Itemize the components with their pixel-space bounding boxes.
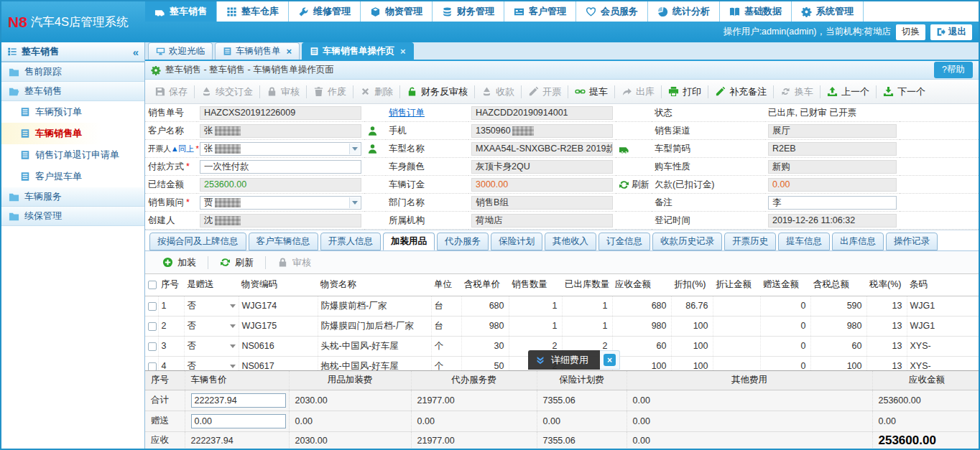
next-record-button[interactable]: 下一个 — [877, 80, 932, 103]
receive-payment-button[interactable]: 收款 — [475, 80, 521, 103]
doc-icon — [20, 128, 30, 139]
nav-item-materials[interactable]: 物资管理 — [361, 1, 433, 22]
chevron-down-icon — [230, 365, 236, 371]
gift-amount-input[interactable]: 0.00 — [191, 414, 286, 428]
gift-dropdown[interactable]: 否 — [188, 360, 236, 371]
logout-icon — [936, 27, 946, 37]
remark-label: 备注 — [652, 194, 765, 212]
delete-button[interactable]: 删除 — [353, 80, 399, 103]
vehicle-price-input[interactable]: 222237.94 — [191, 393, 286, 408]
tab-sales-order-list[interactable]: 车辆销售单× — [215, 42, 300, 60]
pie-chart-icon — [657, 6, 668, 17]
logout-button[interactable]: 退出 — [930, 24, 972, 40]
tab-outbound-info[interactable]: 出库信息 — [832, 233, 884, 250]
invoice-button[interactable]: 开票 — [522, 80, 568, 103]
tab-other-income[interactable]: 其他收入 — [545, 233, 596, 250]
nav-item-repair[interactable]: 维修管理 — [289, 1, 361, 22]
outbound-button[interactable]: 出库 — [615, 80, 661, 103]
tab-agency-services[interactable]: 代办服务 — [437, 233, 489, 250]
tab-customer-vehicle-info[interactable]: 客户车辆信息 — [249, 233, 318, 250]
tab-invoice-person-info[interactable]: 开票人信息 — [320, 233, 382, 250]
row-checkbox[interactable] — [148, 342, 157, 351]
void-button[interactable]: 作废 — [307, 80, 353, 103]
save-button[interactable]: 保存 — [148, 80, 194, 103]
chevron-down-icon — [230, 324, 236, 331]
nav-item-customers[interactable]: 客户管理 — [504, 1, 576, 22]
tab-sales-order-edit[interactable]: 车辆销售单操作页× — [302, 42, 414, 60]
nav-item-vehicle-sales[interactable]: 整车销售 — [145, 1, 217, 22]
tab-operation-log[interactable]: 操作记录 — [886, 233, 938, 250]
nav-item-members[interactable]: 会员服务 — [576, 1, 648, 22]
tab-payment-history[interactable]: 收款历史记录 — [652, 233, 722, 250]
sidebar-item-vehicle-service[interactable]: 车辆服务 — [1, 187, 144, 207]
swap-vehicle-button[interactable]: 换车 — [774, 80, 820, 103]
advisor-label: 销售顾问* — [145, 194, 197, 212]
nav-item-vehicle-warehouse[interactable]: 整车仓库 — [217, 1, 289, 22]
row-checkbox[interactable] — [148, 302, 157, 311]
pay-method-input[interactable]: 一次性付款 — [200, 160, 361, 174]
audit-items-button[interactable]: 审核 — [266, 256, 323, 269]
sidebar-item-customer-pickup[interactable]: 客户提车单 — [1, 166, 144, 187]
nav-item-system[interactable]: 系统管理 — [792, 1, 864, 22]
switch-org-button[interactable]: 切换 — [896, 24, 925, 40]
remark-input[interactable]: 李 — [768, 196, 897, 210]
nav-item-statistics[interactable]: 统计分析 — [648, 1, 720, 22]
tab-deposit-info[interactable]: 订金信息 — [598, 233, 650, 250]
add-remark-button[interactable]: 补充备注 — [708, 80, 773, 103]
sale-order-link[interactable]: 销售订单 — [389, 107, 425, 119]
tab-invoice-history[interactable]: 开票历史 — [724, 233, 776, 250]
invoice-person-select[interactable]: 张 — [200, 142, 361, 156]
pickup-button[interactable]: 提车 — [568, 80, 614, 103]
close-icon[interactable]: × — [400, 46, 406, 57]
sidebar-item-presale-tracking[interactable]: 售前跟踪 — [1, 62, 144, 82]
printer-icon — [668, 86, 679, 97]
sidebar-item-vehicle-sales-order[interactable]: 车辆销售单 — [1, 123, 144, 144]
sidebar-item-vehicle-sales-group[interactable]: 整车销售 — [1, 82, 144, 101]
invoice-person-label: 开票人▲同上* — [145, 140, 197, 158]
brand-mark: N8 — [8, 14, 27, 31]
same-as-above-link[interactable]: ▲同上 — [171, 144, 194, 154]
detail-fee-toggle[interactable]: 详细费用 — [528, 350, 600, 370]
tab-insurance-plan[interactable]: 保险计划 — [491, 233, 542, 250]
chevron-down-icon[interactable] — [349, 197, 360, 208]
tab-welcome[interactable]: 欢迎光临 — [148, 42, 213, 60]
row-checkbox[interactable] — [148, 322, 157, 331]
previous-record-button[interactable]: 上一个 — [820, 80, 876, 103]
finance-unaudit-button[interactable]: 财务反审核 — [400, 80, 474, 103]
tab-accessories[interactable]: 加装用品 — [383, 233, 435, 250]
close-icon[interactable]: × — [604, 354, 616, 366]
gift-dropdown[interactable]: 否 — [188, 300, 236, 312]
add-accessory-button[interactable]: 加装 — [151, 256, 208, 269]
audit-button[interactable]: 审核 — [260, 80, 306, 103]
document-tabs: 欢迎光临 车辆销售单× 车辆销售单操作页× — [145, 42, 979, 61]
doc-icon — [223, 47, 232, 56]
grid-icon — [226, 6, 237, 17]
nav-item-finance[interactable]: 财务管理 — [433, 1, 504, 22]
car-icon[interactable] — [619, 144, 629, 154]
basket-icon — [201, 86, 212, 97]
renew-deposit-button[interactable]: 续交订金 — [195, 80, 259, 103]
sidebar-collapse-icon[interactable]: « — [133, 46, 139, 58]
refresh-control[interactable]: 刷新 — [616, 176, 652, 194]
tab-pickup-info[interactable]: 提车信息 — [778, 233, 830, 250]
advisor-select[interactable]: 贾 — [200, 196, 361, 210]
chevron-down-icon — [230, 344, 236, 351]
refresh-items-button[interactable]: 刷新 — [208, 256, 265, 269]
person-icon[interactable] — [367, 126, 378, 136]
x-icon — [360, 86, 371, 97]
row-checkbox[interactable] — [148, 362, 157, 370]
sidebar-item-vehicle-preorder[interactable]: 车辆预订单 — [1, 101, 144, 123]
close-icon[interactable]: × — [287, 46, 292, 57]
nav-item-base-data[interactable]: 基础数据 — [720, 1, 792, 22]
gift-dropdown[interactable]: 否 — [188, 340, 236, 352]
sidebar-item-renewal-management[interactable]: 续保管理 — [1, 207, 144, 226]
sidebar-item-order-cancel-request[interactable]: 销售订单退订申请单 — [1, 144, 144, 166]
select-all-checkbox[interactable] — [148, 281, 157, 289]
person-icon[interactable] — [367, 144, 378, 154]
print-button[interactable]: 打印 — [662, 80, 708, 103]
gift-dropdown[interactable]: 否 — [188, 320, 236, 332]
chevron-down-icon[interactable] — [349, 144, 360, 154]
help-button[interactable]: ?帮助 — [934, 62, 973, 78]
app-title: 汽车4S店管理系统 — [31, 14, 129, 30]
tab-mortgage-plate-info[interactable]: 按揭合同及上牌信息 — [149, 233, 246, 250]
